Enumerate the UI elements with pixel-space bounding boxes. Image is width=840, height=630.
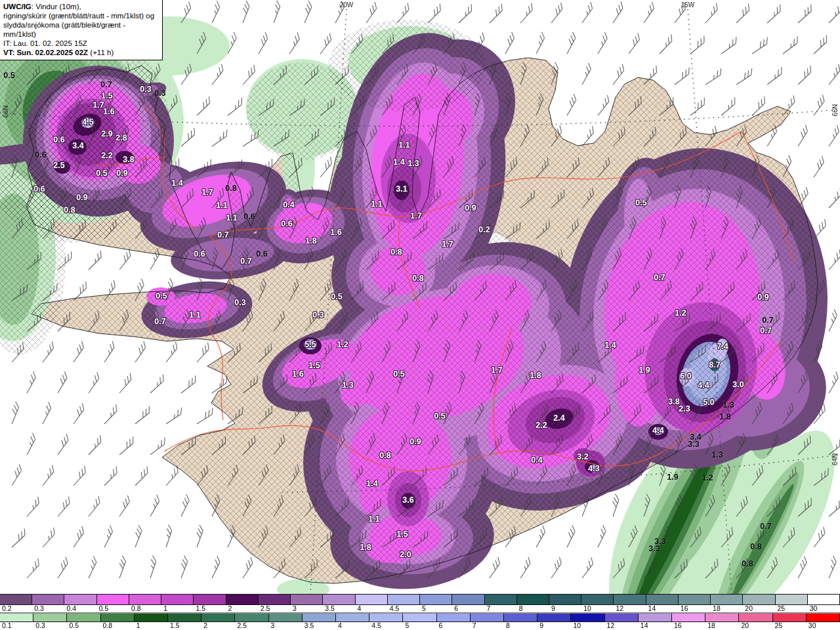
legend-cell (807, 614, 840, 621)
legend-cell (739, 614, 772, 621)
legend-cell (336, 614, 369, 621)
legend-tick-value: 4 (358, 604, 362, 612)
graticule-label-20w: 20W (340, 1, 354, 9)
legend-cell (201, 614, 235, 621)
legend-cell (773, 614, 807, 621)
title-line-3: slydda/snjókoma (grátt/bleikt/grænt - mm… (3, 20, 159, 39)
legend-cell (537, 614, 571, 621)
legend-cell (161, 595, 194, 604)
legend-cell (705, 614, 739, 621)
legend-tick-value: 8 (506, 621, 510, 629)
legend-tick-value: 0.8 (131, 604, 141, 612)
legend-tick-value: 10 (573, 621, 581, 629)
legend-tick-value: 1 (136, 621, 140, 629)
legend-tick-value: 3.5 (304, 621, 314, 629)
legend-tick-value: 18 (707, 621, 715, 629)
legend-cell (101, 614, 135, 621)
map-area: 0.50.71.51.71.64.52.92.80.63.42.23.82.50… (0, 0, 840, 594)
weather-map-page: 0.50.71.51.71.64.52.92.80.63.42.23.82.50… (0, 0, 840, 630)
legend-tick-value: 1.5 (170, 621, 180, 629)
weather-map-svg (0, 0, 840, 594)
legend-tick-value: 9 (539, 621, 543, 629)
graticule-label-64n: 64N (831, 453, 839, 465)
sleet-color-scale (0, 594, 840, 605)
legend-tick-value: 3 (293, 604, 297, 612)
title-line-1: UWC/IG: Vindur (10m), (3, 2, 159, 11)
sleet-scale-values: 0.20.30.40.50.811.522.533.544.5567891012… (0, 605, 840, 612)
legend-tick-value: 6 (454, 604, 458, 612)
legend-cell (0, 595, 32, 604)
legend-tick-value: 2 (228, 604, 232, 612)
legend-tick-value: 4.5 (390, 604, 400, 612)
product-id: UWC/IG (3, 3, 32, 10)
legend-tick-value: 25 (775, 621, 783, 629)
legend-tick-value: 4 (338, 621, 342, 629)
title-line-2: rigning/skúrir (grænt/blátt/rautt - mm/1… (3, 11, 159, 20)
legend-cell (369, 614, 403, 621)
legend-cell (168, 614, 201, 621)
legend-tick-value: 0.8 (103, 621, 113, 629)
legend-tick-value: 12 (607, 621, 615, 629)
legend-cell (388, 595, 420, 604)
legend-cell (67, 614, 100, 621)
legend-tick-value: 3 (271, 621, 275, 629)
legend-tick-value: 1.5 (196, 604, 205, 612)
legend-cell (776, 595, 808, 604)
legend-tick-value: 0.3 (35, 621, 45, 629)
legend-cell (571, 614, 604, 621)
legend-cell (64, 595, 96, 604)
legend-tick-value: 30 (810, 604, 818, 612)
legend-tick-value: 5 (422, 604, 426, 612)
legend-cell (605, 614, 639, 621)
legend-tick-value: 18 (713, 604, 721, 612)
legend-block: 0.20.30.40.50.811.522.533.544.5567891012… (0, 594, 840, 630)
legend-cell (226, 595, 259, 604)
legend-tick-value: 25 (778, 604, 786, 612)
legend-tick-value: 10 (583, 604, 591, 612)
legend-cell (323, 595, 355, 604)
legend-tick-value: 0.5 (69, 621, 79, 629)
legend-cell (504, 614, 537, 621)
legend-tick-value: 30 (808, 621, 816, 629)
legend-tick-value: 8 (519, 604, 523, 612)
legend-cell (549, 595, 581, 604)
legend-cell (679, 595, 711, 604)
legend-tick-value: 5 (405, 621, 409, 629)
legend-cell (194, 595, 226, 604)
legend-cell (672, 614, 705, 621)
rain-scale-values: 0.10.30.50.811.522.533.544.5567891012141… (0, 622, 840, 630)
init-time: IT: Lau. 01. 02. 2025 15Z (3, 39, 159, 48)
legend-cell (743, 595, 775, 604)
legend-cell (711, 595, 743, 604)
legend-cell (32, 595, 64, 604)
legend-cell (33, 614, 67, 621)
legend-cell (471, 614, 504, 621)
legend-tick-value: 7 (486, 604, 490, 612)
legend-cell (420, 595, 452, 604)
legend-cell (452, 595, 484, 604)
legend-cell (614, 595, 646, 604)
legend-tick-value: 0.2 (2, 604, 12, 612)
legend-tick-value: 2 (203, 621, 207, 629)
title-box: UWC/IG: Vindur (10m), rigning/skúrir (gr… (0, 0, 163, 60)
legend-cell (235, 614, 268, 621)
legend-cell (808, 595, 840, 604)
legend-cell (485, 595, 517, 604)
legend-cell (356, 595, 388, 604)
graticule-label-15w: 15W (681, 1, 695, 9)
rain-color-scale (0, 612, 840, 622)
legend-tick-value: 14 (640, 621, 648, 629)
legend-cell (97, 595, 129, 604)
graticule-label-66n: 66N (831, 104, 839, 116)
legend-tick-value: 1 (163, 604, 167, 612)
legend-tick-value: 2.5 (237, 621, 247, 629)
legend-tick-value: 16 (681, 604, 688, 612)
legend-cell (291, 595, 323, 604)
legend-cell (129, 595, 161, 604)
legend-tick-value: 3.5 (325, 604, 335, 612)
legend-tick-value: 0.4 (66, 604, 76, 612)
graticule-label-66n: 66N (2, 106, 9, 117)
legend-tick-value: 0.5 (99, 604, 109, 612)
legend-tick-value: 2.5 (261, 604, 270, 612)
legend-cell (639, 614, 672, 621)
